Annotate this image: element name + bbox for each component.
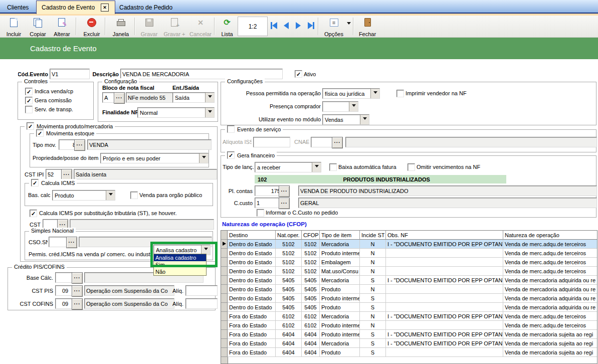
table-row[interactable]: Fora do Estado61026102MercadoriaNI - "DO…: [221, 312, 597, 321]
pessoa-permitida-select[interactable]: física ou jurídica: [322, 88, 380, 99]
aliquota-iss-input[interactable]: [253, 137, 290, 147]
header-destino: Destino: [228, 231, 276, 240]
tab-clientes[interactable]: Clientes: [2, 2, 34, 13]
row-indicator: [221, 285, 228, 294]
janela-button[interactable]: Janela: [107, 17, 134, 38]
tipo-lanc-select[interactable]: a receber: [255, 162, 321, 172]
aliq-cofins-input[interactable]: [185, 298, 218, 309]
serv-transp-checkbox[interactable]: ✓: [25, 106, 33, 113]
table-row[interactable]: Dentro do Estado54055405Produto intermeS…: [221, 294, 597, 303]
posse-select[interactable]: Próprio e em seu poder: [100, 153, 209, 163]
nav-first-button[interactable]: [271, 22, 277, 29]
cell-nat-oper: 5405: [276, 303, 302, 312]
tipo-mov-lookup-button[interactable]: ···: [74, 139, 85, 151]
table-row[interactable]: Dentro do Estado51025102Mat.uso/ConsuNVe…: [221, 267, 597, 276]
tab-cadastro-evento[interactable]: Cadastro de Evento ✕: [36, 1, 115, 14]
nav-next-button[interactable]: [296, 22, 301, 29]
table-row[interactable]: Fora do Estado64046404MercadoriaSI - "DO…: [221, 339, 597, 348]
bloco-lookup-button[interactable]: ···: [114, 92, 125, 104]
toolbar: Incluir Copiar ✎ Alterar Excluir Janela …: [0, 16, 598, 38]
finalidade-select[interactable]: Normal: [137, 107, 215, 118]
table-row[interactable]: Fora do Estado61026102Produto intermeNVe…: [221, 321, 597, 330]
nav-last-button[interactable]: [308, 22, 314, 29]
pl-contas-input[interactable]: 175: [255, 186, 282, 196]
base-calc-lookup-button[interactable]: ···: [72, 272, 83, 284]
dropdown-option[interactable]: Não: [154, 268, 206, 275]
calcula-icms-checkbox[interactable]: ✓: [31, 179, 39, 187]
cell-obs-nf: [386, 249, 503, 258]
icms-st-checkbox[interactable]: ✓: [30, 210, 37, 217]
omitir-vencimentos-checkbox[interactable]: ✓: [408, 163, 415, 171]
venda-orgao-checkbox[interactable]: ✓: [130, 192, 138, 199]
utilizar-modulo-select[interactable]: Vendas: [322, 114, 369, 125]
bas-calc-select[interactable]: Produto: [52, 190, 115, 201]
excluir-button[interactable]: Excluir: [78, 17, 105, 38]
descricao-input[interactable]: VENDA DE MERCADORIA: [120, 69, 283, 79]
pl-contas-lookup-button[interactable]: ···: [279, 186, 290, 197]
ent-saida-select[interactable]: Saída: [172, 92, 215, 103]
row-indicator: [221, 303, 228, 312]
baixa-automatica-checkbox[interactable]: ✓: [329, 163, 337, 171]
cfop-table: Destino Nat.oper. CFOP Tipo de item Inci…: [221, 230, 597, 364]
alterar-button[interactable]: ✎ Alterar: [49, 17, 75, 38]
tab-bar: Clientes Cadastro de Evento ✕ Cadastro d…: [0, 0, 598, 14]
gera-comissao-checkbox[interactable]: ✓: [25, 97, 33, 104]
opcoes-button[interactable]: ≡ Opções: [321, 17, 347, 38]
cancelar-button[interactable]: ✕ Cancelar: [186, 17, 215, 38]
gera-financeiro-checkbox[interactable]: ✓: [227, 151, 235, 159]
cell-nat-oper: 6404: [276, 339, 302, 348]
indica-venda-checkbox[interactable]: ✓: [25, 88, 33, 95]
tab-close-icon[interactable]: ✕: [101, 4, 109, 12]
table-row[interactable]: Dentro do Estado54055405ProdutoSVenda de…: [221, 303, 597, 312]
fechar-button[interactable]: Fechar: [355, 17, 380, 38]
cell-destino: Dentro do Estado: [228, 276, 276, 285]
cso-sn-lookup-button[interactable]: ···: [66, 237, 77, 248]
table-row[interactable]: Dentro do Estado51025102EmbalagemNVenda …: [221, 258, 597, 267]
dropdown-option[interactable]: Analisa cadastro: [154, 254, 206, 261]
tab-cadastro-pedido[interactable]: Cadastro de Pedido: [114, 2, 177, 13]
janela-label: Janela: [113, 31, 129, 37]
cell-incide-st: S: [360, 348, 386, 357]
table-row[interactable]: Dentro do Estado54055405ProdutoNVenda de…: [221, 285, 597, 294]
cnae-lookup-button[interactable]: ···: [332, 137, 343, 148]
cst-pis-lookup-button[interactable]: ···: [72, 285, 83, 297]
table-row[interactable]: Dentro do Estado54055405MercadoriaSI - "…: [221, 276, 597, 285]
gravar-mais-label: Gravar +: [163, 31, 185, 37]
ccusto-label: C.custo: [228, 198, 253, 208]
informar-ccusto-checkbox[interactable]: ✓: [257, 209, 264, 217]
cst-cofins-lookup-button[interactable]: ···: [72, 298, 83, 310]
table-row[interactable]: Dentro do Estado51025102Produto intermeN…: [221, 249, 597, 258]
cell-natureza: Venda de mercadoria adquirida ou re: [503, 294, 597, 303]
imprimir-vendedor-checkbox[interactable]: ✓: [396, 90, 404, 97]
row-indicator: [221, 240, 228, 249]
movimenta-produto-checkbox[interactable]: ✓: [27, 122, 34, 130]
ccusto-lookup-button[interactable]: ···: [279, 198, 290, 209]
cell-tipo-item: Mercadoria: [320, 276, 360, 285]
gravar-button[interactable]: Gravar: [136, 17, 162, 38]
nav-prev-button[interactable]: [284, 22, 289, 29]
incluir-button[interactable]: Incluir: [1, 17, 27, 38]
ativo-checkbox[interactable]: ✓: [295, 70, 302, 78]
aliq-pis-input[interactable]: [185, 285, 218, 296]
cancel-icon: ✕: [197, 19, 204, 26]
cod-evento-label: Cód.Evento: [18, 69, 48, 79]
finalidade-label: Finalidade NF: [102, 107, 138, 117]
copiar-button[interactable]: Copiar: [25, 17, 51, 38]
ccusto-input[interactable]: 1: [255, 198, 282, 208]
lista-button[interactable]: ⟳ Lista: [216, 17, 238, 38]
cod-evento-input[interactable]: V1: [50, 69, 90, 79]
gravar-mais-button[interactable]: Gravar +: [160, 17, 188, 38]
movimenta-estoque-checkbox[interactable]: ✓: [36, 129, 44, 137]
cell-obs-nf: I - "DOCUMENTO EMITIDO POR EPP OPTANTE: [386, 312, 503, 321]
opcoes-dropdown-arrow[interactable]: [347, 25, 351, 31]
evento-servico-checkbox[interactable]: ✓: [227, 125, 235, 133]
cell-tipo-item: Mat.uso/Consu: [320, 267, 360, 276]
movimenta-produto-label: Movimenta produto/mercadoria: [37, 123, 113, 129]
dropdown-option[interactable]: Sim: [154, 261, 206, 268]
table-row[interactable]: Dentro do Estado51025102MercadoriaNI - "…: [221, 240, 597, 249]
table-row[interactable]: Fora do Estado64046404ProdutoSVenda de m…: [221, 348, 597, 357]
presenca-comprador-select[interactable]: [322, 101, 358, 112]
toolbar-separator: [134, 18, 135, 35]
cnae-desc-field: [345, 137, 597, 147]
table-row[interactable]: Fora do Estado64046404Produto intermeSI …: [221, 330, 597, 339]
